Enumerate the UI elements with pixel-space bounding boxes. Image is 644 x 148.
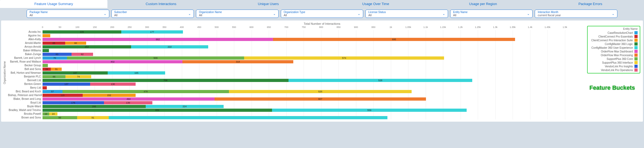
bar-row: 662695	[43, 38, 641, 41]
bar-segment[interactable]: 318	[182, 60, 293, 63]
bar-segment[interactable]: 706	[43, 79, 288, 82]
bar-segment[interactable]: 130	[90, 83, 135, 86]
bar-segment[interactable]: 296	[43, 105, 146, 108]
x-tick: 950	[371, 26, 375, 28]
category-label: Baker-Williams	[8, 49, 41, 52]
tab-feature-usage-summary[interactable]: Feature Usage Summary	[0, 0, 107, 8]
bar-segment[interactable]: 187	[43, 71, 108, 75]
bar-segment[interactable]: 62	[72, 53, 93, 56]
filter-bar: Package NameAll⌄SubscriberAll⌄Organizati…	[0, 8, 644, 20]
category-label: Blake, Brown and Long	[8, 97, 41, 101]
bar-segment[interactable]: 177	[121, 30, 183, 34]
category-label: Baker-Zuniga	[8, 52, 41, 56]
bar-segment[interactable]: 176	[43, 101, 104, 104]
tab-usage-over-time[interactable]: Usage Over Time	[322, 0, 429, 8]
bar-segment[interactable]	[43, 86, 47, 89]
tab-unique-users[interactable]: Unique Users	[215, 0, 322, 8]
legend-item: SupportPlus 360 Interface	[590, 61, 638, 64]
bar-segment[interactable]: 574	[244, 56, 444, 60]
bar-segment[interactable]	[43, 49, 49, 52]
tab-usage-per-region[interactable]: Usage per Region	[429, 0, 537, 8]
bar-segment[interactable]: 70	[43, 56, 67, 60]
x-tick: 1.1k	[423, 26, 428, 28]
bar-segment[interactable]	[43, 64, 48, 67]
bar-segment[interactable]: 19	[43, 112, 49, 116]
legend-item: ConfigMaster 360 User Experience	[590, 46, 638, 50]
bar-segment[interactable]: 222	[131, 45, 208, 48]
bar-row: 226177	[43, 30, 641, 34]
bar-segment[interactable]: 402	[43, 60, 182, 63]
category-label: Aguirre Inc	[8, 34, 41, 38]
category-label: Bell, Horton and Newman	[8, 71, 41, 75]
x-tick: 800	[319, 26, 323, 28]
bar-segment[interactable]: 57	[43, 90, 62, 93]
chevron-down-icon: ⌄	[188, 12, 191, 16]
bar-segment[interactable]: 165	[108, 71, 165, 75]
x-tick: 1.05k	[405, 26, 411, 28]
chart-title: Total Number of Interactions	[3, 22, 641, 25]
x-tick: 1k	[390, 26, 392, 28]
bar-segment[interactable]	[109, 116, 387, 119]
bar-segment[interactable]: 152	[83, 94, 136, 97]
tab-custom-interactions[interactable]: Custom Interactions	[107, 0, 215, 8]
bar-row: 8362	[43, 52, 641, 56]
bar-segment[interactable]: 65	[43, 42, 65, 45]
bar-segment[interactable]: 66	[43, 75, 65, 78]
category-label: Bell and Sons	[8, 67, 41, 71]
filter-package-name[interactable]: Package NameAll⌄	[27, 10, 109, 18]
bar-segment[interactable]	[43, 34, 50, 37]
x-tick: 300	[145, 26, 149, 28]
bar-segment[interactable]: 74	[65, 75, 91, 78]
x-tick: 200	[110, 26, 114, 28]
bar-segment[interactable]: 139	[104, 101, 152, 104]
x-tick: 500	[215, 26, 219, 28]
bar-row: 6674	[43, 75, 641, 79]
filter-interaction-month[interactable]: Interaction Monthcurrent fiscal year⌄	[535, 10, 617, 18]
bar-segment[interactable]: 99	[43, 116, 77, 119]
legend-item: ClientConnect Pro Essentials	[590, 35, 638, 38]
bar-segment[interactable]: 83	[43, 53, 72, 56]
category-label: Allen-Kelly	[8, 38, 41, 41]
bar-row: 1924	[43, 112, 641, 116]
bar-segment[interactable]: 24	[43, 68, 51, 71]
legend-item: ConfigMaster 360 Logic	[590, 42, 638, 46]
x-tick: 1.4k	[528, 26, 532, 28]
bar-segment[interactable]: 254	[43, 45, 131, 48]
bar-segment[interactable]: 494	[43, 97, 215, 101]
tab-package-errors[interactable]: Package Errors	[537, 0, 644, 8]
bar-segment[interactable]: 91	[77, 116, 109, 119]
bar-segment[interactable]: 662	[43, 38, 273, 41]
bar-row: 176139	[43, 101, 641, 105]
bar-segment[interactable]: 24	[49, 112, 57, 116]
bar-segment[interactable]: 478	[62, 90, 229, 93]
x-tick: 1.3k	[493, 26, 497, 28]
category-label: Barrett, Lee and Lynch	[8, 56, 41, 60]
x-tick: 1.45k	[545, 26, 550, 28]
x-tick: 50	[58, 26, 61, 28]
filter-organization-name[interactable]: Organization NameAll⌄	[196, 10, 279, 18]
bar-segment[interactable]: 528	[288, 79, 472, 82]
filter-license-status[interactable]: License StatusAll⌄	[365, 10, 448, 18]
bar-row	[43, 64, 641, 67]
bar-segment[interactable]: 224	[146, 105, 224, 108]
bar-segment[interactable]: 509	[67, 56, 244, 60]
bar-segment[interactable]: 60	[65, 42, 86, 45]
bar-segment[interactable]: 137	[43, 83, 90, 86]
filter-entity-name[interactable]: Entity NameAll⌄	[450, 10, 533, 18]
x-tick: 1.25k	[475, 26, 481, 28]
bar-segment[interactable]: 115	[43, 94, 83, 97]
filter-organization-type[interactable]: Organization TypeAll⌄	[281, 10, 363, 18]
x-tick: 450	[197, 26, 201, 28]
category-label: Becker Group	[8, 64, 41, 67]
bar-segment[interactable]: 659	[43, 109, 272, 112]
bar-segment[interactable]: 525	[229, 90, 412, 93]
category-label: Boyd Ltd	[8, 101, 41, 105]
filter-subscriber[interactable]: SubscriberAll⌄	[111, 10, 194, 18]
bar-segment[interactable]: 226	[43, 30, 121, 34]
bar-segment[interactable]: 607	[215, 97, 426, 101]
bar-segment[interactable]: 31	[51, 68, 62, 71]
bar-row: 187165	[43, 71, 641, 75]
bar-row: 2431	[43, 67, 641, 71]
bar-segment[interactable]: 695	[273, 38, 515, 41]
bar-segment[interactable]: 559	[272, 109, 467, 112]
